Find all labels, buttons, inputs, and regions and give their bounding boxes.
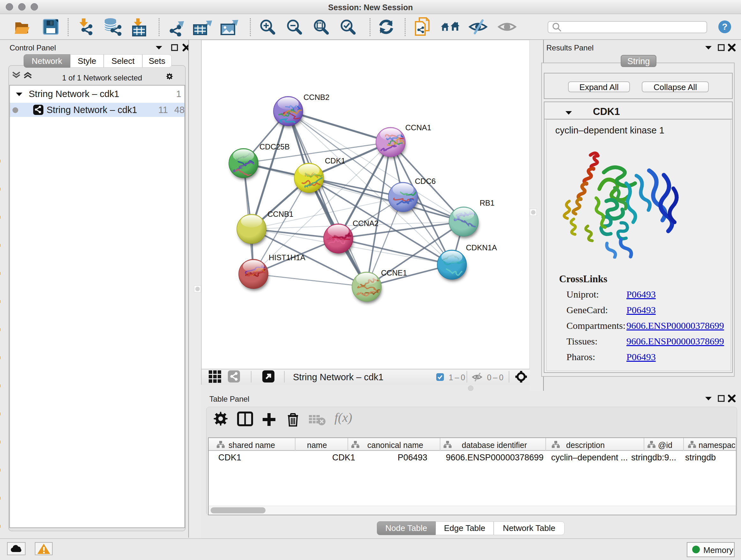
svg-text:CDC25B: CDC25B <box>259 142 290 151</box>
svg-text:CDC6: CDC6 <box>415 177 435 186</box>
svg-text:CDK1: CDK1 <box>325 157 345 165</box>
svg-text:?: ? <box>722 22 727 32</box>
svg-text:CCNB1: CCNB1 <box>267 210 293 219</box>
svg-text:CCNB2: CCNB2 <box>304 93 329 102</box>
svg-text:CCNE1: CCNE1 <box>381 268 407 277</box>
svg-text:HIST1H1A: HIST1H1A <box>269 253 306 262</box>
svg-text:CCNA2: CCNA2 <box>353 219 379 228</box>
svg-text:RB1: RB1 <box>480 199 495 207</box>
svg-text:CCNA1: CCNA1 <box>405 123 431 132</box>
svg-text:CDKN1A: CDKN1A <box>466 243 497 252</box>
